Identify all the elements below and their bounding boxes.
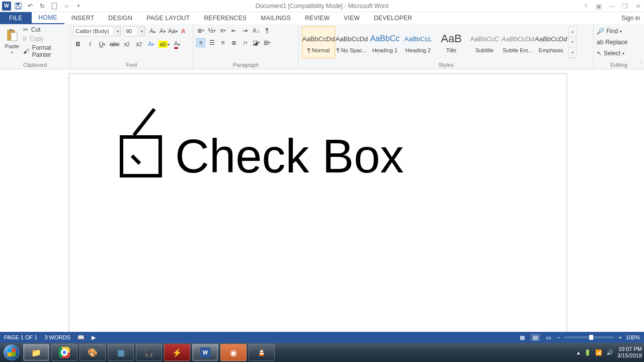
document-page[interactable]: Check Box — [69, 73, 567, 332]
read-mode-icon[interactable]: ▦ — [518, 334, 527, 341]
tab-review[interactable]: REVIEW — [298, 12, 337, 24]
sort-button[interactable]: A↓ — [252, 26, 261, 35]
align-center-button[interactable]: ☰ — [207, 38, 216, 47]
battery-icon[interactable]: 🔋 — [584, 349, 591, 356]
shrink-font-button[interactable]: A▾ — [158, 26, 167, 36]
style-no-spacing[interactable]: AaBbCcDd¶ No Spac... — [335, 26, 368, 58]
borders-button[interactable]: ⊞▾ — [263, 38, 272, 47]
zoom-out-button[interactable]: − — [557, 334, 560, 340]
tab-design[interactable]: DESIGN — [101, 12, 139, 24]
sign-in-link[interactable]: Sign in — [621, 12, 640, 24]
font-size-input[interactable]: 90 — [124, 26, 138, 36]
document-content[interactable]: Check Box — [120, 129, 404, 184]
undo-icon[interactable]: ↶ — [25, 1, 35, 11]
style-heading-2[interactable]: AaBbCcLHeading 2 — [401, 26, 435, 58]
spellcheck-icon[interactable]: 📖 — [77, 334, 85, 341]
align-left-button[interactable]: ≡ — [196, 38, 205, 47]
close-icon[interactable]: ✕ — [633, 1, 643, 11]
clear-formatting-button[interactable]: A̷ — [179, 26, 188, 36]
word-app-icon[interactable]: W — [2, 2, 11, 11]
tray-expand-icon[interactable]: ▴ — [577, 349, 580, 356]
bullets-button[interactable]: ≣▾ — [196, 26, 205, 35]
taskbar-headphones[interactable]: 🎧 — [136, 344, 162, 361]
save-icon[interactable] — [13, 1, 23, 11]
underline-button[interactable]: U▾ — [98, 39, 107, 49]
format-painter-button[interactable]: 🖌Format Painter — [23, 44, 67, 58]
style-subtitle[interactable]: AaBbCcCSubtitle — [468, 26, 501, 58]
italic-button[interactable]: I — [86, 39, 95, 49]
select-button[interactable]: ↖Select▾ — [597, 48, 624, 58]
macro-icon[interactable]: ▶ — [92, 334, 96, 341]
help-icon[interactable]: ? — [581, 1, 591, 11]
replace-button[interactable]: abReplace — [597, 37, 627, 47]
font-name-input[interactable]: Calibri (Body) — [73, 26, 114, 36]
paste-button[interactable]: Paste ▾ — [3, 26, 21, 56]
justify-button[interactable]: ≣ — [229, 38, 238, 47]
style-title[interactable]: AaBTitle — [435, 26, 468, 58]
grow-font-button[interactable]: A▴ — [148, 26, 157, 36]
style-subtle-emphasis[interactable]: AaBbCcDdSubtle Em... — [501, 26, 534, 58]
web-layout-icon[interactable]: ▭ — [544, 334, 553, 341]
subscript-button[interactable]: x2 — [122, 39, 131, 49]
volume-icon[interactable]: 🔊 — [606, 349, 613, 356]
multilevel-button[interactable]: ≡▾ — [218, 26, 227, 35]
font-size-dropdown[interactable]: ▾ — [139, 26, 145, 36]
bold-button[interactable]: B — [73, 39, 83, 49]
align-right-button[interactable]: ≡ — [218, 38, 227, 47]
restore-icon[interactable]: ❐ — [620, 1, 630, 11]
zoom-slider[interactable] — [564, 336, 614, 338]
tab-view[interactable]: VIEW — [337, 12, 367, 24]
taskbar-sticky-notes[interactable]: ▦ — [108, 344, 134, 361]
tab-home[interactable]: HOME — [32, 12, 64, 24]
tray-clock[interactable]: 10:07 PM 3/15/2018 — [617, 346, 642, 358]
tab-insert[interactable]: INSERT — [64, 12, 102, 24]
font-name-dropdown[interactable]: ▾ — [115, 26, 121, 36]
show-marks-button[interactable]: ¶ — [263, 26, 272, 35]
start-button[interactable] — [1, 343, 22, 362]
redo-icon[interactable]: ↻ — [37, 1, 47, 11]
style-normal[interactable]: AaBbCcDd¶ Normal — [302, 26, 335, 58]
tab-references[interactable]: REFERENCES — [197, 12, 254, 24]
touch-mode-icon[interactable]: ○ — [61, 1, 71, 11]
taskbar-paint[interactable]: 🎨 — [79, 344, 106, 361]
style-emphasis[interactable]: AaBbCcDdEmphasis — [534, 26, 568, 58]
decrease-indent-button[interactable]: ⇤ — [229, 26, 238, 35]
text-effects-button[interactable]: A▾ — [146, 39, 155, 49]
page-indicator[interactable]: PAGE 1 OF 1 — [4, 334, 37, 340]
style-heading-1[interactable]: AaBbCcHeading 1 — [368, 26, 401, 58]
group-font: Calibri (Body)▾ 90▾ A▴ A▾ Aa▾ A̷ B I U▾ … — [70, 24, 193, 69]
taskbar-word[interactable]: W — [192, 344, 218, 361]
taskbar-flash[interactable]: ⚡ — [164, 344, 190, 361]
find-button[interactable]: 🔎Find▾ — [597, 26, 622, 36]
new-blank-icon[interactable] — [49, 1, 59, 11]
taskbar-explorer[interactable]: 📁 — [23, 344, 49, 361]
copy-button[interactable]: ⎘Copy — [23, 35, 67, 42]
wifi-icon[interactable]: 📶 — [595, 349, 602, 356]
minimize-icon[interactable]: — — [607, 1, 617, 11]
taskbar-powerpoint[interactable]: ◉ — [220, 344, 247, 361]
tab-developer[interactable]: DEVELOPER — [367, 12, 419, 24]
cut-button[interactable]: ✂Cut — [23, 26, 67, 33]
change-case-button[interactable]: Aa▾ — [168, 26, 178, 36]
collapse-ribbon-icon[interactable]: ˆ — [640, 61, 642, 67]
styles-gallery-more[interactable]: ▴▾▾ — [569, 26, 577, 58]
superscript-button[interactable]: x2 — [134, 39, 143, 49]
qat-customize-icon[interactable]: ▾ — [73, 1, 84, 11]
shading-button[interactable]: ◪▾ — [252, 38, 261, 47]
zoom-in-button[interactable]: + — [618, 334, 621, 340]
zoom-level[interactable]: 100% — [626, 334, 640, 340]
print-layout-icon[interactable]: ▤ — [531, 334, 540, 341]
taskbar-vlc[interactable] — [249, 344, 275, 361]
word-count[interactable]: 3 WORDS — [44, 334, 70, 340]
tab-mailings[interactable]: MAILINGS — [254, 12, 298, 24]
tab-page-layout[interactable]: PAGE LAYOUT — [139, 12, 197, 24]
tab-file[interactable]: FILE — [0, 12, 32, 24]
increase-indent-button[interactable]: ⇥ — [240, 26, 250, 35]
taskbar-chrome[interactable] — [51, 344, 77, 361]
ribbon-display-icon[interactable]: ▣ — [594, 1, 604, 11]
line-spacing-button[interactable]: ↕▾ — [240, 38, 250, 47]
numbering-button[interactable]: ⅓▾ — [207, 26, 216, 35]
font-color-button[interactable]: A▾ — [173, 39, 182, 49]
highlight-button[interactable]: ab▾ — [158, 39, 169, 49]
strikethrough-button[interactable]: abc — [110, 39, 119, 49]
